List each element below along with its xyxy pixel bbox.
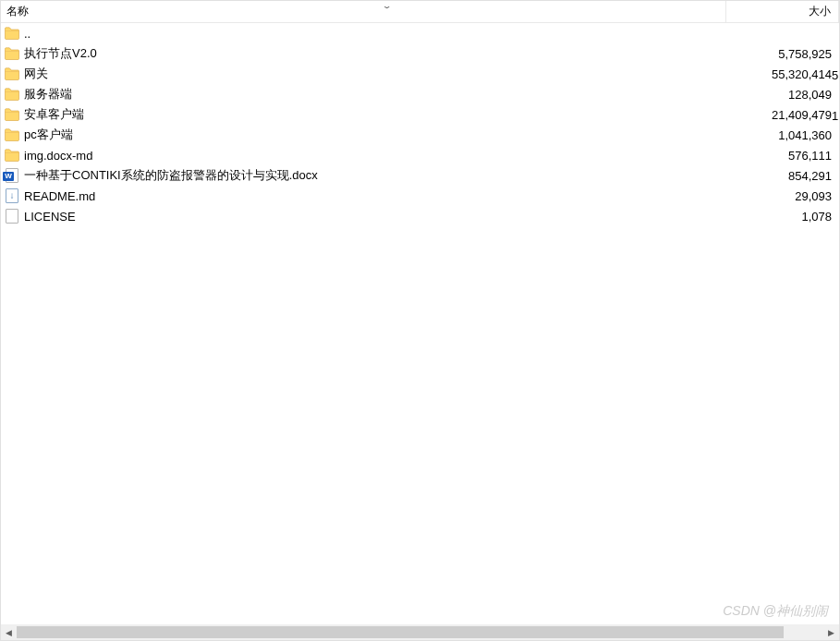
file-name-cell: W一种基于CONTIKI系统的防盗报警器的设计与实现.docx — [1, 167, 726, 184]
file-size-cell: 128,049 — [726, 88, 839, 102]
folder-icon — [5, 87, 19, 102]
column-header-name-label: 名称 — [6, 4, 29, 19]
file-name-label: 一种基于CONTIKI系统的防盗报警器的设计与实现.docx — [24, 167, 318, 184]
file-name-label: 网关 — [24, 66, 48, 82]
file-row[interactable]: 执行节点V2.05,758,925 — [1, 43, 839, 64]
file-row[interactable]: 安卓客户端21,409,479 — [1, 104, 839, 125]
chevron-right-icon: ▶ — [828, 628, 834, 637]
scroll-right-button[interactable]: ▶ — [823, 624, 839, 640]
partial-cell — [832, 44, 839, 65]
scroll-track[interactable] — [17, 624, 823, 640]
file-size-label: 128,049 — [788, 88, 832, 102]
folder-icon — [5, 67, 19, 81]
file-name-cell: 服务器端 — [1, 86, 726, 103]
column-header-size[interactable]: 大小 — [726, 1, 839, 22]
file-row[interactable]: ↓README.md29,093 — [1, 186, 839, 206]
file-name-label: 安卓客户端 — [24, 106, 84, 123]
file-size-cell: 55,320,414 — [726, 67, 839, 81]
file-size-label: 854,291 — [788, 169, 832, 183]
file-name-cell: .. — [1, 26, 726, 41]
file-size-label: 21,409,479 — [772, 108, 832, 122]
folder-icon — [5, 26, 19, 41]
partial-next-column: 51 — [832, 24, 839, 227]
partial-cell — [832, 207, 839, 227]
partial-cell — [832, 85, 839, 105]
file-size-label: 29,093 — [795, 189, 832, 203]
file-row[interactable]: W一种基于CONTIKI系统的防盗报警器的设计与实现.docx854,291 — [1, 165, 839, 186]
file-name-cell: ↓README.md — [1, 188, 726, 203]
file-size-label: 1,078 — [801, 210, 832, 224]
file-name-label: LICENSE — [24, 210, 76, 224]
file-row[interactable]: 网关55,320,414 — [1, 64, 839, 84]
watermark-text: CSDN @神仙别闹 — [723, 603, 828, 620]
chevron-left-icon: ◀ — [6, 628, 12, 637]
file-name-label: README.md — [24, 189, 95, 203]
file-name-cell: pc客户端 — [1, 127, 726, 143]
file-size-label: 576,111 — [788, 149, 832, 163]
folder-icon — [5, 148, 19, 163]
file-name-label: 执行节点V2.0 — [24, 45, 97, 62]
column-header-size-label: 大小 — [809, 4, 831, 19]
file-name-cell: img.docx-md — [1, 148, 726, 163]
file-row[interactable]: LICENSE1,078 — [1, 206, 839, 226]
horizontal-scrollbar[interactable]: ◀ ▶ — [1, 624, 839, 640]
file-list: ..执行节点V2.05,758,925网关55,320,414服务器端128,0… — [1, 23, 839, 226]
file-row[interactable]: 服务器端128,049 — [1, 84, 839, 104]
folder-icon — [5, 127, 19, 142]
partial-cell — [832, 166, 839, 187]
file-name-label: 服务器端 — [24, 86, 72, 103]
file-name-label: pc客户端 — [24, 127, 73, 143]
file-size-label: 1,041,360 — [778, 128, 832, 142]
file-name-cell: 网关 — [1, 66, 726, 82]
partial-cell — [832, 126, 839, 146]
generic-file-icon — [5, 209, 19, 224]
file-size-cell: 576,111 — [726, 149, 839, 163]
file-name-cell: LICENSE — [1, 209, 726, 224]
column-header-row: 名称 ⌄ 大小 — [1, 1, 839, 23]
folder-icon — [5, 107, 19, 122]
sort-indicator-icon: ⌄ — [382, 2, 393, 10]
column-header-name[interactable]: 名称 — [1, 1, 726, 22]
partial-cell: 1 — [832, 105, 839, 126]
file-name-cell: 安卓客户端 — [1, 106, 726, 123]
partial-cell — [832, 187, 839, 207]
folder-icon — [5, 46, 19, 61]
markdown-file-icon: ↓ — [5, 188, 19, 203]
file-name-label: img.docx-md — [24, 149, 92, 163]
partial-cell: 5 — [832, 65, 839, 85]
scroll-left-button[interactable]: ◀ — [1, 624, 17, 640]
file-size-cell: 1,078 — [726, 210, 839, 224]
partial-cell — [832, 24, 839, 44]
file-size-cell: 854,291 — [726, 169, 839, 183]
file-row[interactable]: img.docx-md576,111 — [1, 145, 839, 165]
file-size-cell: 5,758,925 — [726, 47, 839, 61]
file-row[interactable]: .. — [1, 23, 839, 43]
file-size-cell: 29,093 — [726, 189, 839, 203]
file-row[interactable]: pc客户端1,041,360 — [1, 125, 839, 145]
partial-cell — [832, 146, 839, 166]
file-size-cell: 1,041,360 — [726, 128, 839, 142]
file-name-cell: 执行节点V2.0 — [1, 45, 726, 62]
file-size-label: 5,758,925 — [778, 47, 832, 61]
file-size-cell: 21,409,479 — [726, 108, 839, 122]
word-document-icon: W — [5, 168, 19, 183]
file-name-label: .. — [24, 27, 30, 41]
scroll-thumb[interactable] — [17, 626, 784, 638]
file-size-label: 55,320,414 — [772, 67, 832, 81]
